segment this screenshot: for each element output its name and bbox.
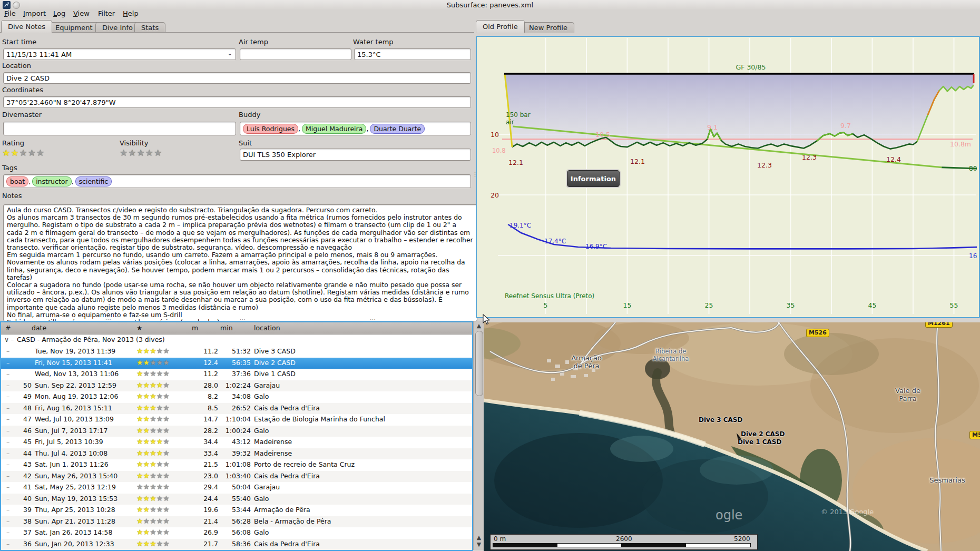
star-icon[interactable]: ★ xyxy=(28,147,36,158)
information-button[interactable]: Information xyxy=(567,170,620,187)
buddy-input[interactable]: Luís Rodrigues,Miguel Madureira,Duarte D… xyxy=(240,122,471,135)
notes-textarea[interactable]: Aula do curso CASD. Transectos c/video e… xyxy=(3,204,477,321)
star-icon[interactable]: ★ xyxy=(120,147,128,158)
chart-label: 12.3 xyxy=(802,153,817,161)
tree-tick: – xyxy=(6,438,14,446)
chart-label: 80 xyxy=(969,165,977,172)
dive-rating: ★★★★★ xyxy=(136,347,181,355)
star-icon[interactable]: ★ xyxy=(36,147,45,158)
star-icon[interactable]: ★ xyxy=(11,147,19,158)
expander-icon[interactable]: ∨ xyxy=(4,336,9,343)
dive-depth: 11.2 xyxy=(191,370,218,378)
dive-rating: ★★★★★ xyxy=(136,460,181,468)
tab-dive-info[interactable]: Dive Info xyxy=(95,22,140,33)
dive-row[interactable]: –47Wed, Jul 10, 2013 13:09★★★★★14.71:10:… xyxy=(1,414,472,426)
dive-number: 44 xyxy=(17,449,32,457)
star-icon[interactable]: ★ xyxy=(128,147,136,158)
dive-row[interactable]: –40Sun, May 19, 2013 15:53★★★★★24.455:40… xyxy=(1,494,472,505)
menu-import[interactable]: Import xyxy=(23,9,46,17)
coordinates-input[interactable]: 37°05'23.460"N 8°20'47.879"W xyxy=(3,96,471,108)
menu-view[interactable]: View xyxy=(73,9,90,17)
dive-row[interactable]: –44Thu, Jul 4, 2013 10:08★★★★★33.439:32M… xyxy=(1,448,472,460)
star-icon[interactable]: ★ xyxy=(154,147,162,158)
dive-row[interactable]: –39Thu, Apr 25, 2013 10:28★★★★★19.653:44… xyxy=(1,505,472,516)
scrollbar-thumb[interactable] xyxy=(475,331,483,396)
tab-dive-notes[interactable]: Dive Notes xyxy=(1,20,52,33)
water-temp-input[interactable]: 15.3°C xyxy=(354,48,471,60)
visibility-stars[interactable]: ★★★★★ xyxy=(120,148,162,158)
tab-stats[interactable]: Stats xyxy=(134,22,165,33)
dive-row[interactable]: –48Fri, Aug 16, 2013 15:11★★★★★8.526:52C… xyxy=(1,403,472,415)
tab-equipment[interactable]: Equipment xyxy=(48,22,100,33)
tab-old-profile[interactable]: Old Profile xyxy=(476,20,525,33)
dive-row[interactable]: –45Fri, Jul 5, 2013 10:39★★★★★34.443:12M… xyxy=(1,437,472,448)
dive-row[interactable]: –43Sat, Jun 1, 2013 11:26★★★★★21.51:01:0… xyxy=(1,459,472,471)
dive-row-selected[interactable]: –Fri, Nov 15, 2013 11:41★★★★★12.456:35Di… xyxy=(1,358,472,369)
star-icon[interactable]: ★ xyxy=(2,147,11,158)
dive-site-map[interactable]: Armaçãode Pêra Ribeira deAlcantarilha Va… xyxy=(484,322,980,551)
dive-row[interactable]: –38Sun, Apr 21, 2013 11:28★★★★★21.456:28… xyxy=(1,516,472,528)
chart-label: 150 bar xyxy=(506,111,531,119)
menu-log[interactable]: Log xyxy=(53,9,65,17)
star-icon[interactable]: ★ xyxy=(137,147,145,158)
dive-row[interactable]: –49Mon, Aug 19, 2013 12:06★★★★★8.234:08G… xyxy=(1,391,472,403)
menu-filter[interactable]: Filter xyxy=(98,9,115,17)
dive-number: 50 xyxy=(17,381,32,389)
tree-tick: – xyxy=(6,517,14,525)
suit-input[interactable]: DUI TLS 350 Explorer xyxy=(240,149,471,161)
start-time-input[interactable]: 11/15/13 11:41 AM ⌄ xyxy=(3,48,236,60)
rating-stars[interactable]: ★★★★★ xyxy=(2,148,45,158)
dive-row[interactable]: –Wed, Nov 13, 2013 11:06★★★★★11.237:36Di… xyxy=(1,369,472,380)
col-location[interactable]: location xyxy=(254,324,280,332)
dive-duration: 53:44 xyxy=(219,506,251,514)
dive-number: 46 xyxy=(17,427,32,435)
dive-rating: ★★★★★ xyxy=(136,517,181,525)
tags-input[interactable]: boat,instructor,scientific xyxy=(3,174,471,188)
menu-file[interactable]: File xyxy=(4,9,16,17)
chart-label: 16.9°C xyxy=(585,243,607,250)
dive-row[interactable]: –46Sun, Jul 7, 2013 17:17★★★★★28.21:00:2… xyxy=(1,426,472,437)
col-depth[interactable]: m xyxy=(192,324,198,332)
dive-row[interactable]: –41Sat, May 25, 2013 12:19★★★★★29.450:04… xyxy=(1,482,472,494)
tree-tick: – xyxy=(6,483,14,491)
dive-row[interactable]: –37Sat, Jan 26, 2013 14:58★★★★★26.956:08… xyxy=(1,527,472,539)
dive-profile-chart[interactable]: GF 30/85150 barair80102010.810.8m12.112.… xyxy=(476,36,980,318)
pill-separator: , xyxy=(298,125,300,133)
tree-tick: – xyxy=(6,540,14,548)
dive-duration: 1:03:40 xyxy=(219,472,251,480)
col-date[interactable]: date xyxy=(32,324,46,332)
scroll-up-icon[interactable]: ▲ xyxy=(475,323,483,330)
profile-tab-bar: Old Profile New Profile xyxy=(476,20,980,33)
tag-pill: boat xyxy=(6,176,28,186)
trip-group-row[interactable]: ∨ – CASD - Armação de Pêra, Nov 2013 (3 … xyxy=(1,334,472,346)
chart-label: 20 xyxy=(491,191,499,199)
scroll-down-icon[interactable]: ▼ xyxy=(475,542,483,548)
col-number[interactable]: # xyxy=(5,324,11,332)
tree-tick: – xyxy=(6,506,14,514)
chevron-down-icon[interactable]: ⌄ xyxy=(228,50,232,57)
dive-depth: 21.5 xyxy=(191,460,218,468)
dive-number: 40 xyxy=(17,495,32,503)
star-icon[interactable]: ★ xyxy=(19,147,28,158)
menu-help[interactable]: Help xyxy=(123,9,139,17)
air-temp-input[interactable] xyxy=(240,48,351,60)
dive-date: Sun, May 19, 2013 15:53 xyxy=(35,495,135,503)
divemaster-input[interactable] xyxy=(3,122,236,135)
location-input[interactable]: Dive 2 CASD xyxy=(3,72,471,84)
buddy-label: Buddy xyxy=(239,111,260,119)
dive-rating: ★★★★★ xyxy=(136,505,181,514)
dive-row[interactable]: –Tue, Nov 19, 2013 11:39★★★★★11.251:32Di… xyxy=(1,346,472,358)
tab-new-profile[interactable]: New Profile xyxy=(522,22,574,33)
coordinates-label: Coordinates xyxy=(2,86,43,94)
dive-date: Sat, Jun 1, 2013 11:26 xyxy=(35,460,135,468)
star-icon[interactable]: ★ xyxy=(145,147,154,158)
dive-row[interactable]: –50Sun, Sep 22, 2013 12:59★★★★★28.01:02:… xyxy=(1,380,472,392)
dive-row[interactable]: –42Sun, May 26, 2013 15:40★★★★★23.01:03:… xyxy=(1,471,472,483)
tree-tick: – xyxy=(6,460,14,468)
col-rating[interactable]: ★ xyxy=(136,324,142,332)
chart-label: 12.3 xyxy=(757,161,772,169)
col-duration[interactable]: min xyxy=(220,324,233,332)
dive-row[interactable]: –36Sun, Jan 20, 2013 12:33★★★★★21.758:36… xyxy=(1,539,472,550)
dive-depth: 28.0 xyxy=(191,381,218,389)
chart-label: Reefnet Sensus Ultra (Preto) xyxy=(505,292,594,300)
